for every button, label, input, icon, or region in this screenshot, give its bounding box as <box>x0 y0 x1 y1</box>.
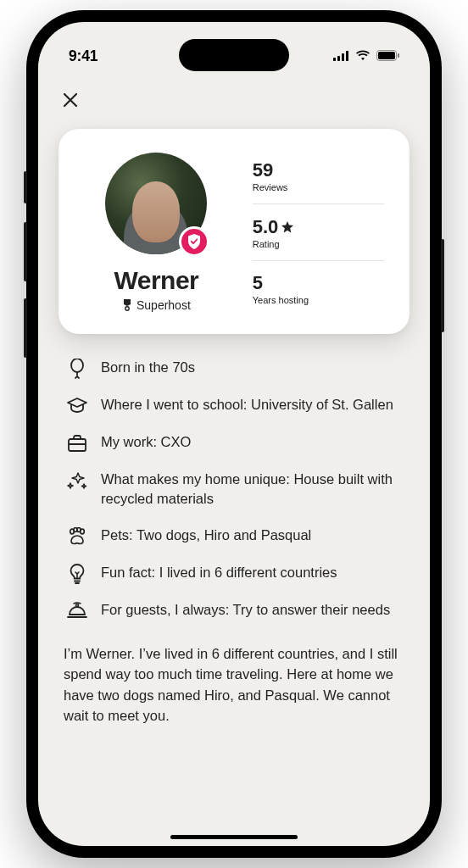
host-profile-card: Werner Superhost 59 Reviews 5.0 <box>58 129 410 334</box>
briefcase-icon <box>67 433 87 453</box>
profile-stats: 59 Reviews 5.0 Rating 5 Years h <box>253 153 384 312</box>
volume-down-button <box>24 298 27 358</box>
superhost-badge: Superhost <box>122 298 191 312</box>
svg-rect-0 <box>333 58 336 61</box>
host-name: Werner <box>114 266 198 295</box>
detail-school: Where I went to school: University of St… <box>67 395 401 416</box>
stat-label: Reviews <box>253 182 384 192</box>
stat-value: 5 <box>253 272 384 294</box>
superhost-icon <box>122 299 132 311</box>
detail-text: My work: CXO <box>101 432 191 452</box>
stat-value: 5.0 <box>253 216 384 238</box>
stat-value: 59 <box>253 159 384 181</box>
svg-rect-1 <box>337 56 340 61</box>
svg-point-8 <box>71 359 83 372</box>
phone-body: 9:41 <box>26 10 442 858</box>
side-button <box>24 171 27 203</box>
svg-rect-3 <box>346 51 348 61</box>
bulb-icon <box>67 564 87 584</box>
detail-pets: Pets: Two dogs, Hiro and Pasqual <box>67 526 401 547</box>
host-bio: I’m Werner. I’ve lived in 6 different co… <box>38 621 430 726</box>
close-button[interactable] <box>58 88 82 112</box>
host-details-list: Born in the 70s Where I went to school: … <box>38 358 430 621</box>
star-icon <box>281 221 293 233</box>
profile-identity: Werner Superhost <box>84 153 229 312</box>
gradcap-icon <box>67 396 87 416</box>
verified-badge <box>179 226 209 257</box>
avatar-wrap[interactable] <box>105 153 207 254</box>
detail-work: My work: CXO <box>67 432 401 453</box>
power-button <box>441 239 444 332</box>
detail-born: Born in the 70s <box>67 358 401 379</box>
detail-text: What makes my home unique: House built w… <box>101 470 401 509</box>
svg-rect-9 <box>69 439 86 451</box>
detail-text: For guests, I always: Try to answer thei… <box>101 600 390 620</box>
cloche-icon <box>67 601 87 621</box>
divider <box>253 203 384 204</box>
stat-rating: 5.0 Rating <box>253 213 384 253</box>
svg-rect-5 <box>378 52 395 59</box>
close-icon <box>63 92 78 108</box>
cellular-icon <box>333 47 349 65</box>
detail-text: Born in the 70s <box>101 358 195 377</box>
battery-icon <box>376 47 399 65</box>
detail-guests: For guests, I always: Try to answer thei… <box>67 600 401 621</box>
shield-check-icon <box>187 234 201 249</box>
detail-text: Pets: Two dogs, Hiro and Pasqual <box>101 526 311 545</box>
status-icons <box>333 47 399 65</box>
divider <box>253 260 384 261</box>
detail-funfact: Fun fact: I lived in 6 different countri… <box>67 563 401 584</box>
detail-text: Where I went to school: University of St… <box>101 395 393 415</box>
svg-point-14 <box>76 604 79 606</box>
balloon-icon <box>67 359 87 379</box>
status-time: 9:41 <box>69 47 98 65</box>
superhost-label: Superhost <box>136 298 191 312</box>
page-header <box>38 73 430 124</box>
rating-number: 5.0 <box>253 216 279 238</box>
stat-label: Rating <box>253 239 384 249</box>
sparkles-icon <box>67 470 87 491</box>
wifi-icon <box>355 47 370 65</box>
svg-rect-2 <box>342 53 344 61</box>
detail-unique: What makes my home unique: House built w… <box>67 470 401 509</box>
svg-point-7 <box>125 307 129 310</box>
volume-up-button <box>24 222 27 281</box>
svg-point-13 <box>77 527 81 531</box>
stat-label: Years hosting <box>253 295 384 305</box>
detail-text: Fun fact: I lived in 6 different countri… <box>101 563 337 582</box>
dynamic-island <box>179 39 289 71</box>
screen: 9:41 <box>38 22 430 846</box>
svg-rect-6 <box>398 53 399 58</box>
paw-icon <box>67 526 87 547</box>
home-indicator[interactable] <box>170 835 298 839</box>
stat-reviews: 59 Reviews <box>253 156 384 196</box>
phone-frame: 9:41 <box>0 0 468 868</box>
stat-years: 5 Years hosting <box>253 269 384 309</box>
